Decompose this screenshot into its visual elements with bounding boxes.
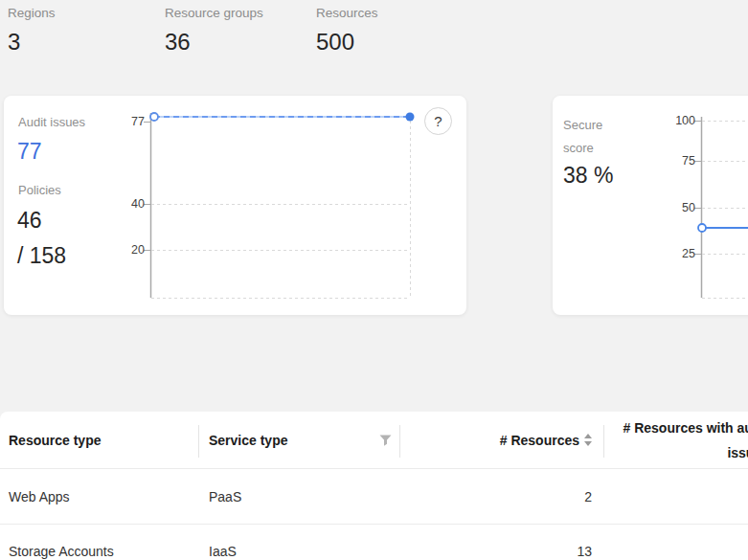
cell-resources-count: 2: [399, 469, 603, 524]
audit-issues-chart: 77 40 20: [4, 96, 466, 315]
cell-resources-count: 13: [399, 525, 603, 560]
column-divider: [198, 425, 199, 458]
column-divider: [399, 425, 400, 458]
filter-funnel-icon[interactable]: [379, 435, 392, 446]
cell-resource-type: Web Apps: [0, 469, 198, 524]
y-tick-75: 75: [682, 154, 695, 168]
stat-resources-label: Resources: [316, 6, 378, 20]
column-header-service-type-label: Service type: [209, 433, 288, 448]
help-icon: ?: [434, 113, 442, 129]
audit-issues-card: Audit issues 77 Policies 46 / 158 77 40 …: [4, 96, 466, 315]
column-header-resources-label: # Resources: [500, 433, 579, 448]
column-header-service-type: Service type: [198, 412, 399, 468]
y-tick-100: 100: [675, 114, 695, 127]
cell-service-type: IaaS: [198, 525, 399, 560]
resources-table: Resource type Service type # Resources #…: [0, 412, 748, 560]
stat-regions: Regions 3: [8, 6, 56, 56]
y-tick-20: 20: [131, 243, 145, 257]
secure-score-card: Secure score 38 % 100 75 50 25: [553, 96, 748, 315]
y-tick-77: 77: [131, 115, 145, 128]
cell-service-type: PaaS: [198, 469, 399, 524]
y-tick-25: 25: [682, 247, 695, 260]
stat-resource-groups-value: 36: [165, 29, 263, 56]
table-row: Storage Accounts IaaS 13: [0, 524, 748, 560]
cell-resources-with-issues: [603, 469, 748, 524]
start-marker: [150, 113, 158, 121]
y-tick-40: 40: [131, 197, 145, 211]
secure-score-chart: 100 75 50 25: [553, 96, 748, 315]
stat-resource-groups-label: Resource groups: [165, 6, 263, 20]
stat-resources-value: 500: [316, 29, 378, 56]
dashboard: Regions 3 Resource groups 36 Resources 5…: [0, 0, 748, 560]
column-header-resource-type: Resource type: [0, 412, 198, 468]
help-button[interactable]: ?: [424, 107, 452, 135]
cell-resources-with-issues: [603, 525, 748, 560]
column-divider: [603, 425, 604, 458]
stat-regions-label: Regions: [8, 6, 56, 20]
sort-icon[interactable]: [584, 434, 592, 446]
stat-resource-groups: Resource groups 36: [165, 6, 263, 56]
cell-resource-type: Storage Accounts: [0, 525, 198, 560]
table-header: Resource type Service type # Resources #…: [0, 412, 748, 469]
sort-down-arrow: [584, 441, 592, 446]
column-header-resources: # Resources: [399, 412, 603, 468]
stat-resources: Resources 500: [316, 6, 378, 56]
column-header-resources-with-issues: # Resources with audit issues: [603, 412, 748, 468]
y-tick-50: 50: [682, 201, 695, 214]
end-marker: [406, 113, 415, 122]
table-row: Web Apps PaaS 2: [0, 469, 748, 524]
start-marker: [698, 224, 706, 232]
sort-up-arrow: [584, 434, 592, 438]
stat-regions-value: 3: [8, 29, 56, 56]
